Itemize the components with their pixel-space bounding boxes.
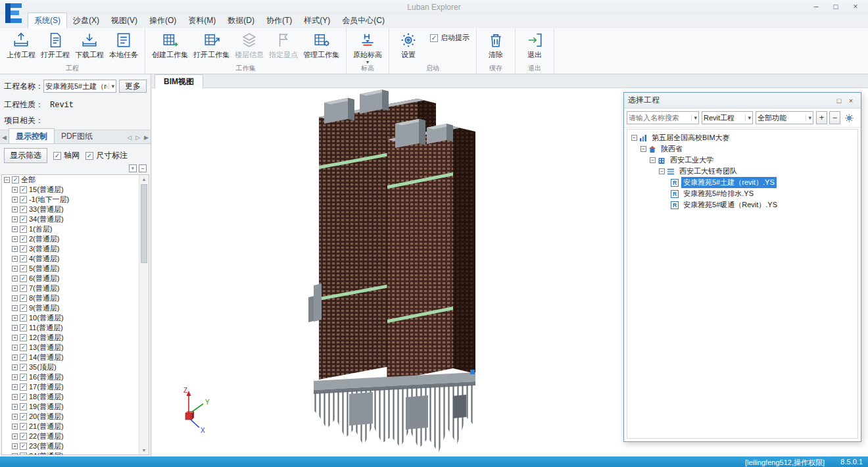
expand-icon[interactable]: + (12, 453, 18, 455)
checkbox[interactable]: ✓ (20, 344, 27, 351)
floor-tree-row[interactable]: + ✓ 1(首层) (2, 224, 149, 234)
checkbox[interactable]: ✓ (20, 334, 27, 341)
checkbox[interactable]: ✓ (20, 226, 27, 233)
floor-tree-row[interactable]: + ✓ 13(普通层) (2, 343, 149, 353)
expand-icon[interactable]: + (12, 325, 18, 331)
panel-close-button[interactable]: × (845, 95, 857, 106)
local-tasks-button[interactable]: 本地任务 (107, 30, 141, 61)
project-search-input[interactable] (629, 114, 690, 122)
scroll-up-icon[interactable]: ▲ (139, 175, 149, 184)
collapse-icon[interactable]: − (631, 135, 637, 141)
menu-system[interactable]: 系统(S) (28, 12, 67, 28)
checkbox[interactable]: ✓ (20, 245, 27, 253)
expand-icon[interactable]: + (12, 216, 18, 222)
expand-icon[interactable]: + (12, 246, 18, 252)
download-project-button[interactable]: 下载工程 (72, 30, 107, 61)
collapse-icon[interactable]: − (640, 146, 646, 152)
tree-node-university[interactable]: − 西安工业大学 (629, 155, 856, 166)
checkbox[interactable]: ✓ (20, 285, 27, 292)
checkbox[interactable]: ✓ (20, 364, 27, 371)
floor-tree-row[interactable]: + ✓ 9(普通层) (2, 303, 149, 313)
floor-tree-row[interactable]: + ✓ 33(普通层) (2, 205, 149, 214)
chevron-down-icon[interactable]: ▾ (108, 83, 114, 89)
expand-icon[interactable]: + (12, 256, 18, 262)
menu-data[interactable]: 数据(D) (222, 13, 260, 28)
tab-display-control[interactable]: 显示控制 (9, 128, 55, 143)
expand-icon[interactable]: + (12, 404, 18, 410)
checkbox[interactable]: ✓ (20, 354, 27, 361)
floor-tree-row[interactable]: + ✓ 35(顶层) (2, 362, 149, 372)
function-filter[interactable]: 全部功能 ▾ (756, 111, 813, 124)
tab-nav-right-icon[interactable]: ▷ (133, 134, 142, 143)
dimension-checkbox[interactable]: ✓ 尺寸标注 (85, 150, 128, 161)
expand-icon[interactable]: + (12, 433, 18, 439)
floor-tree-row[interactable]: + ✓ 7(普通层) (2, 283, 149, 293)
create-workset-button[interactable]: 创建工作集 (149, 30, 191, 61)
expand-icon[interactable]: + (12, 276, 18, 282)
maximize-button[interactable]: □ (826, 0, 846, 13)
checkbox[interactable]: ✓ (20, 324, 27, 332)
expand-all-button[interactable]: + (129, 164, 137, 172)
floor-tree-row[interactable]: + ✓ 24(普通层) (2, 451, 149, 455)
exit-button[interactable]: 退出 (519, 30, 550, 61)
checkbox[interactable]: ✓ (20, 255, 27, 262)
floor-tree-row[interactable]: + ✓ 20(普通层) (2, 412, 149, 422)
minimize-button[interactable]: – (806, 0, 826, 13)
tab-pdf-drawings[interactable]: PDF图纸 (55, 129, 99, 143)
expand-icon[interactable]: + (12, 345, 18, 351)
checkbox[interactable]: ✓ (20, 423, 27, 430)
floor-tree-row[interactable]: + ✓ 10(普通层) (2, 313, 149, 323)
tree-scrollbar[interactable]: ▲ ▼ (139, 175, 149, 455)
menu-style[interactable]: 样式(Y) (298, 13, 336, 28)
close-button[interactable]: × (846, 0, 865, 13)
expand-icon[interactable]: + (12, 443, 18, 449)
expand-icon[interactable]: + (12, 187, 18, 193)
checkbox[interactable]: ✓ (20, 393, 27, 401)
checkbox[interactable]: ✓ (20, 413, 27, 420)
floor-tree-row[interactable]: + ✓ 18(普通层) (2, 392, 149, 402)
expand-icon[interactable]: + (12, 315, 18, 321)
floor-tree-row[interactable]: + ✓ 3(普通层) (2, 244, 149, 254)
checkbox[interactable]: ✓ (20, 235, 27, 243)
tree-node-team[interactable]: − 西安工大钰奇团队 (629, 166, 856, 177)
clear-cache-button[interactable]: 清除 (481, 30, 511, 61)
floor-tree-row[interactable]: + ✓ 23(普通层) (2, 441, 149, 451)
floor-tree-row[interactable]: + ✓ 6(普通层) (2, 274, 149, 283)
chevron-down-icon[interactable]: ▾ (745, 114, 751, 121)
expand-icon[interactable]: + (12, 207, 18, 212)
checkbox[interactable]: ✓ (20, 196, 27, 203)
open-workset-button[interactable]: 打开工作集 (191, 30, 232, 61)
tree-node-province[interactable]: − 陕西省 (629, 143, 856, 155)
display-filter-button[interactable]: 显示筛选 (4, 148, 47, 163)
checkbox[interactable]: ✓ (20, 314, 27, 322)
checkbox[interactable]: ✓ (20, 433, 27, 440)
checkbox[interactable]: ✓ (20, 275, 27, 282)
collapse-all-button[interactable]: − (829, 111, 840, 124)
tab-scroll-left-icon[interactable]: ◀ (0, 134, 9, 143)
expand-icon[interactable]: + (12, 236, 18, 242)
floor-tree-row[interactable]: + ✓ 14(普通层) (2, 353, 149, 362)
startup-tip-checkbox[interactable]: ✓ 启动提示 (430, 33, 470, 43)
scrollbar-thumb[interactable] (141, 184, 147, 263)
tree-node-project[interactable]: R 安康雅苑5#给排水.YS (629, 188, 856, 199)
checkbox[interactable]: ✓ (20, 403, 27, 410)
checkbox[interactable]: ✓ (20, 206, 27, 213)
tree-node-project[interactable]: R 安康雅苑5#暖通（Revit）.YS (629, 199, 856, 210)
select-project-titlebar[interactable]: 选择工程 □ × (624, 93, 861, 109)
settings-button[interactable]: 设置 (393, 30, 423, 61)
expand-icon[interactable]: + (12, 226, 18, 232)
expand-icon[interactable]: + (12, 414, 18, 420)
floor-tree-row[interactable]: + ✓ 16(普通层) (2, 372, 149, 382)
floor-tree-row[interactable]: + ✓ 2(普通层) (2, 234, 149, 244)
collapse-icon[interactable]: − (650, 157, 656, 163)
floor-tree-row[interactable]: + ✓ 12(普通层) (2, 333, 149, 343)
floor-tree-row[interactable]: + ✓ 17(普通层) (2, 382, 149, 392)
grid-axes-checkbox[interactable]: ✓ 轴网 (53, 150, 80, 161)
collapse-icon[interactable]: − (4, 177, 10, 183)
original-elevation-button[interactable]: 原始标高 ▾ (350, 30, 385, 66)
tree-node-project[interactable]: R 安康雅苑5#土建（revit）.YS (629, 177, 856, 188)
tab-bim-view[interactable]: BIM视图 (155, 74, 203, 89)
project-type-filter[interactable]: Revit工程 ▾ (702, 111, 753, 124)
floor-tree-row[interactable]: + ✓ 5(普通层) (2, 264, 149, 274)
expand-icon[interactable]: + (12, 424, 18, 430)
